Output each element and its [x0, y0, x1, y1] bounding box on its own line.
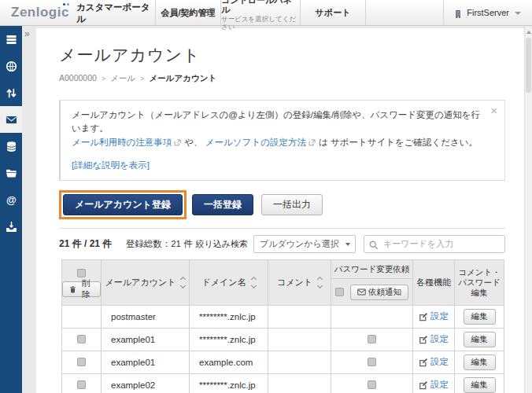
breadcrumb-separator: >	[102, 75, 105, 83]
sidebar-item-mail[interactable]	[0, 106, 22, 133]
sidebar-item-folder[interactable]	[0, 160, 22, 186]
comment-cell	[268, 351, 331, 374]
sidebar-item-transfer-arrows[interactable]	[0, 79, 22, 106]
edit-button[interactable]: 編集	[464, 309, 496, 325]
sidebar-item-database[interactable]	[0, 133, 22, 160]
sort-asc-icon[interactable]	[180, 277, 186, 282]
sort-desc-icon[interactable]	[250, 283, 256, 288]
app-window: Zenlogic カスタマーポータル 会員/契約管理 コントロールパネル サービ…	[0, 0, 532, 393]
info-notice-box: メールアカウント（メールアドレスの@より左側）の登録/編集/削除や、パスワード変…	[59, 100, 505, 181]
show-detail-link[interactable]: [詳細な説明を表示]	[72, 160, 150, 170]
nav-spacer	[365, 0, 443, 25]
settings-link[interactable]: 設定	[419, 310, 449, 322]
header-domain[interactable]: ドメイン名	[190, 260, 268, 306]
account-menu[interactable]: FirstServer	[443, 0, 532, 25]
logo-dot-icon	[63, 3, 65, 6]
filter-area: 絞り込み検索 プルダウンから選択	[195, 235, 505, 253]
header-comment[interactable]: コメント	[268, 260, 331, 306]
mail-account-register-button[interactable]: メールアカウント登録	[63, 194, 183, 215]
nav-member-contract[interactable]: 会員/契約管理	[155, 0, 220, 25]
chevron-down-icon	[345, 243, 350, 246]
row-password-request-checkbox[interactable]	[368, 335, 376, 343]
sidebar-expand-icon[interactable]: »	[24, 28, 30, 39]
brand-suffix: カスタマーポータル	[76, 2, 155, 25]
row-delete-checkbox[interactable]	[77, 335, 86, 343]
sidebar-item-globe[interactable]	[0, 53, 22, 79]
header-functions: 各種機能	[413, 260, 455, 306]
password-request-cell	[331, 351, 413, 374]
close-icon[interactable]: ×	[490, 105, 497, 116]
row-delete-checkbox[interactable]	[77, 358, 86, 366]
request-notify-button[interactable]: 依頼通知	[350, 285, 408, 300]
breadcrumb-item[interactable]: A0000000	[59, 73, 97, 83]
search-input[interactable]	[364, 235, 505, 253]
mail-account-cell: example01	[102, 351, 190, 374]
sort-icons[interactable]	[318, 277, 322, 288]
settings-link[interactable]: 設定	[419, 356, 449, 368]
row-delete-checkbox[interactable]	[77, 380, 86, 389]
edit-button[interactable]: 編集	[464, 354, 496, 370]
comment-edit-cell: 編集	[455, 374, 504, 393]
notice-line1: メールアカウント（メールアドレスの@より左側）の登録/編集/削除や、パスワード変…	[72, 108, 484, 135]
select-all-checkbox[interactable]	[77, 269, 86, 277]
nav-control-panel[interactable]: コントロールパネル サービスを選択してください	[220, 0, 300, 25]
globe-icon	[6, 61, 17, 72]
delete-checkbox-cell	[62, 306, 102, 329]
sort-asc-icon[interactable]	[317, 277, 323, 282]
inbox-download-icon	[6, 221, 17, 233]
nav-support[interactable]: サポート	[300, 0, 365, 25]
mail-account-cell: postmaster	[102, 306, 190, 329]
sidebar-item-server-list[interactable]	[0, 26, 22, 53]
row-password-request-checkbox[interactable]	[368, 358, 376, 366]
table-body: postmaster ********.znlc.jp 設定 編集 exampl…	[62, 306, 504, 393]
table-header-row: 削除 メールアカウント ドメイン名 コメント パスワード変更依頼	[62, 260, 504, 306]
sidebar-item-inbox-download[interactable]	[0, 213, 22, 240]
settings-link[interactable]: 設定	[419, 333, 449, 345]
sort-icons[interactable]	[252, 277, 256, 288]
header-password-request: パスワード変更依頼 依頼通知	[331, 260, 413, 306]
password-select-all-checkbox[interactable]	[335, 288, 344, 296]
breadcrumb-separator: >	[140, 75, 144, 83]
table-row: example01 example.com 設定 編集	[62, 351, 504, 374]
sort-desc-icon[interactable]	[180, 283, 186, 288]
password-request-cell	[331, 374, 413, 393]
bulk-export-button[interactable]: 一括出力	[261, 194, 323, 215]
delete-button[interactable]: 削除	[62, 281, 101, 297]
scroll-up-icon[interactable]	[526, 31, 531, 34]
functions-cell: 設定	[413, 306, 455, 329]
sort-icons[interactable]	[181, 277, 185, 288]
filter-select[interactable]: プルダウンから選択	[253, 235, 356, 253]
zenlogic-logo[interactable]: Zenlogic カスタマーポータル	[0, 0, 155, 25]
record-counts: 21 件 / 21 件 登録総数：21 件	[59, 237, 193, 251]
svg-text:@: @	[6, 194, 17, 206]
edit-button[interactable]: 編集	[464, 377, 496, 393]
edit-button[interactable]: 編集	[464, 332, 496, 347]
logo-dot-icon	[67, 3, 69, 6]
sidebar-item-at-sign[interactable]: @	[0, 186, 22, 213]
building-icon	[453, 8, 463, 17]
vertical-scrollbar[interactable]	[524, 27, 532, 393]
breadcrumb-current: メールアカウント	[149, 73, 216, 83]
comment-cell	[268, 306, 331, 329]
sidebar: @	[0, 26, 22, 393]
breadcrumb-item[interactable]: メール	[110, 73, 135, 83]
filter-label: 絞り込み検索	[195, 238, 248, 250]
functions-cell: 設定	[413, 374, 455, 393]
page-title: メールアカウント	[59, 44, 505, 66]
row-password-request-checkbox[interactable]	[368, 380, 376, 389]
sort-desc-icon[interactable]	[317, 283, 323, 288]
password-request-cell	[331, 306, 413, 329]
comment-edit-cell: 編集	[455, 329, 504, 351]
scrollbar-thumb[interactable]	[526, 38, 531, 93]
sort-asc-icon[interactable]	[250, 277, 256, 282]
password-request-cell	[331, 329, 413, 351]
notice-link-mail-setup[interactable]: メールソフトの設定方法	[205, 138, 306, 147]
table-row: example02 ********.znlc.jp 設定 編集	[62, 374, 504, 393]
bulk-register-button[interactable]: 一括登録	[192, 194, 253, 215]
notice-line2: メール利用時の注意事項や、 メールソフトの設定方法は サポートサイトをご確認くだ…	[72, 136, 484, 149]
chevron-down-icon	[515, 12, 521, 15]
notice-link-precautions[interactable]: メール利用時の注意事項	[72, 138, 172, 147]
settings-link[interactable]: 設定	[419, 379, 449, 391]
comment-edit-cell: 編集	[455, 306, 504, 329]
header-mail-account[interactable]: メールアカウント	[102, 260, 190, 306]
